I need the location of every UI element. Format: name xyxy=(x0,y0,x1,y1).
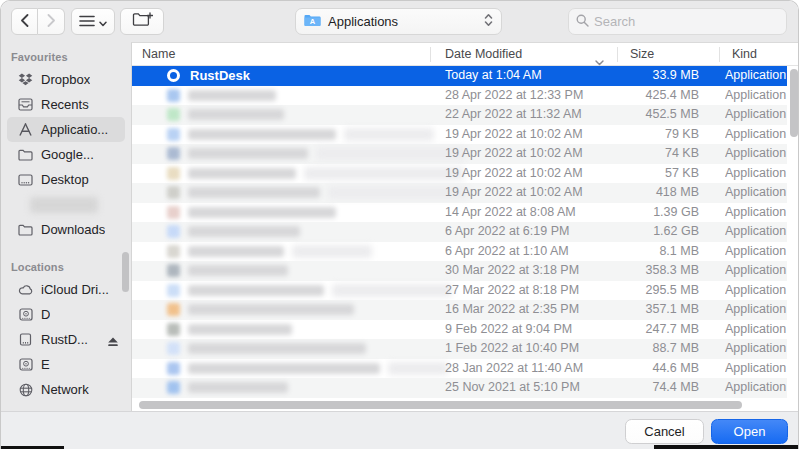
table-row[interactable]: 28 Apr 2022 at 12:33 PM 425.4 MB Applica… xyxy=(132,86,799,106)
column-header-date-modified[interactable]: Date Modified xyxy=(445,43,522,66)
new-folder-icon xyxy=(132,12,153,32)
table-row[interactable]: 19 Apr 2022 at 10:02 AM 57 KB Applicatio… xyxy=(132,164,799,184)
screen-edge-artifact xyxy=(654,445,799,449)
horizontal-scrollbar-track[interactable] xyxy=(132,399,799,411)
name-blur xyxy=(188,129,336,140)
sidebar: Favourites Dropbox Recents Applicatio...… xyxy=(1,42,131,411)
name-blur xyxy=(188,90,276,101)
column-divider[interactable] xyxy=(719,47,720,62)
column-header-name[interactable]: Name xyxy=(142,43,175,66)
sidebar-scrollbar[interactable] xyxy=(122,252,129,292)
sidebar-item-icloud[interactable]: iCloud Dri... xyxy=(7,277,125,302)
list-view-icon xyxy=(79,13,95,31)
app-icon-redacted xyxy=(167,362,180,375)
redacted-label-blur xyxy=(30,197,98,213)
sidebar-section-locations: Locations xyxy=(1,252,131,277)
horizontal-scrollbar-thumb[interactable] xyxy=(139,401,742,409)
location-dropdown[interactable]: A Applications xyxy=(295,8,502,35)
column-header-kind[interactable]: Kind xyxy=(732,43,757,66)
search-input[interactable] xyxy=(594,14,779,29)
open-button[interactable]: Open xyxy=(711,419,788,444)
dropbox-icon xyxy=(16,73,35,86)
column-divider[interactable] xyxy=(617,47,618,62)
eject-icon[interactable] xyxy=(107,334,119,352)
internal-disk-icon xyxy=(16,308,35,321)
sidebar-item-downloads[interactable]: Downloads xyxy=(7,217,125,242)
name-blur xyxy=(188,382,288,393)
name-blur xyxy=(188,109,284,120)
app-icon-redacted xyxy=(167,342,180,355)
internal-disk-icon xyxy=(16,358,35,371)
name-blur xyxy=(188,148,308,159)
name-blur xyxy=(188,304,354,315)
table-row[interactable]: 30 Mar 2022 at 3:18 PM 358.3 MB Applicat… xyxy=(132,261,799,281)
new-folder-button[interactable] xyxy=(120,8,164,35)
app-icon-redacted xyxy=(167,323,180,336)
sidebar-item-recents[interactable]: Recents xyxy=(7,92,125,117)
table-row[interactable]: 1 Feb 2022 at 10:40 PM 88.7 MB Applicati… xyxy=(132,339,799,359)
applications-folder-icon: A xyxy=(304,13,321,31)
dialog-footer: Cancel Open xyxy=(1,411,799,449)
name-blur xyxy=(188,187,320,198)
rustdesk-app-icon xyxy=(167,69,180,82)
table-row[interactable]: 19 Apr 2022 at 10:02 AM 74 KB Applicatio… xyxy=(132,144,799,164)
cloud-icon xyxy=(16,284,35,295)
sidebar-item-google[interactable]: Google... xyxy=(7,142,125,167)
chevron-right-icon xyxy=(47,13,56,31)
chevron-up-down-icon xyxy=(484,13,493,31)
sidebar-item-disk-e[interactable]: E xyxy=(7,352,125,377)
sidebar-section-favourites: Favourites xyxy=(1,42,131,67)
sidebar-item-rustdesk-volume[interactable]: RustD... xyxy=(7,327,125,352)
table-row-rustdesk[interactable]: RustDesk Today at 1:04 AM 33.9 MB Applic… xyxy=(132,66,799,86)
name-blur xyxy=(188,246,284,257)
app-icon-redacted xyxy=(167,128,180,141)
sidebar-item-disk-d[interactable]: D xyxy=(7,302,125,327)
chevron-left-icon xyxy=(20,13,29,31)
table-row[interactable]: 25 Nov 2021 at 5:10 PM 74.4 MB Applicati… xyxy=(132,378,799,398)
name-blur xyxy=(188,343,366,354)
svg-text:A: A xyxy=(310,17,316,26)
folder-icon xyxy=(16,149,35,161)
vertical-scrollbar-track[interactable] xyxy=(787,66,799,399)
column-divider[interactable] xyxy=(430,47,431,62)
cancel-button[interactable]: Cancel xyxy=(625,419,704,444)
table-row[interactable]: 28 Jan 2022 at 11:40 AM 44.6 MB Applicat… xyxy=(132,359,799,379)
applications-icon xyxy=(16,123,35,136)
table-row[interactable]: 22 Apr 2022 at 11:32 AM 452.5 MB Applica… xyxy=(132,105,799,125)
file-list: Name Date Modified Size Kind RustDesk To… xyxy=(131,42,799,411)
name-blur xyxy=(188,363,380,374)
table-rows: RustDesk Today at 1:04 AM 33.9 MB Applic… xyxy=(132,66,799,398)
nav-buttons xyxy=(11,8,65,35)
app-icon-redacted xyxy=(167,186,180,199)
sidebar-item-network[interactable]: Network xyxy=(7,377,125,402)
name-blur xyxy=(188,207,336,218)
table-row[interactable]: 16 Mar 2022 at 2:35 PM 357.1 MB Applicat… xyxy=(132,300,799,320)
forward-button[interactable] xyxy=(38,8,65,35)
app-icon-redacted xyxy=(167,167,180,180)
name-blur xyxy=(188,324,292,335)
column-header-size[interactable]: Size xyxy=(630,43,654,66)
finder-open-dialog: A Applications Favourites Dropbox xyxy=(0,0,799,449)
view-options-button[interactable] xyxy=(71,8,115,35)
table-row[interactable]: 14 Apr 2022 at 8:08 AM 1.39 GB Applicati… xyxy=(132,203,799,223)
back-button[interactable] xyxy=(11,8,38,35)
table-row[interactable]: 19 Apr 2022 at 10:02 AM 79 KB Applicatio… xyxy=(132,125,799,145)
table-row[interactable]: 27 Mar 2022 at 8:18 PM 295.5 MB Applicat… xyxy=(132,281,799,301)
sidebar-item-dropbox[interactable]: Dropbox xyxy=(7,67,125,92)
sidebar-item-applications[interactable]: Applicatio... xyxy=(7,117,125,142)
toolbar: A Applications xyxy=(1,1,799,42)
table-row[interactable]: 9 Feb 2022 at 9:04 PM 247.7 MB Applicati… xyxy=(132,320,799,340)
app-icon-redacted xyxy=(167,284,180,297)
location-label: Applications xyxy=(328,14,477,29)
app-icon-redacted xyxy=(167,245,180,258)
sidebar-item-redacted[interactable] xyxy=(7,192,125,217)
table-row[interactable]: 19 Apr 2022 at 10:02 AM 418 MB Applicati… xyxy=(132,183,799,203)
globe-icon xyxy=(16,383,35,397)
desktop-icon xyxy=(16,174,35,186)
table-row[interactable]: 6 Apr 2022 at 1:10 AM 8.1 MB Application xyxy=(132,242,799,262)
sidebar-item-desktop[interactable]: Desktop xyxy=(7,167,125,192)
app-icon-redacted xyxy=(167,381,180,394)
name-blur xyxy=(188,285,324,296)
vertical-scrollbar-thumb[interactable] xyxy=(790,69,798,137)
table-row[interactable]: 6 Apr 2022 at 6:19 PM 1.62 GB Applicatio… xyxy=(132,222,799,242)
